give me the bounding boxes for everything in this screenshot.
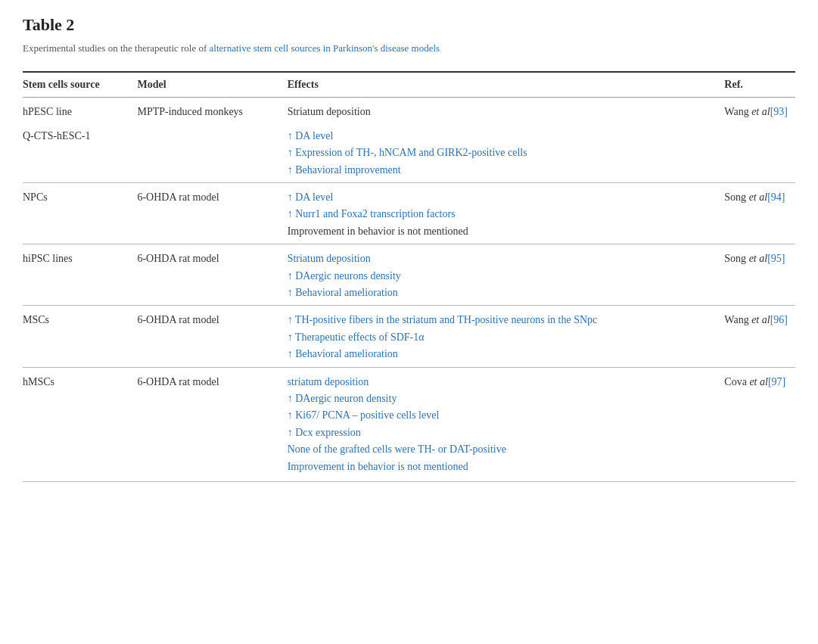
table-row: hMSCs6-OHDA rat modelstriatum deposition… (23, 367, 795, 481)
cell-ref (724, 124, 795, 183)
subtitle: Experimental studies on the therapeutic … (23, 41, 795, 56)
header-model: Model (137, 72, 287, 98)
cell-source: MSCs (23, 306, 137, 367)
table-header-row: Stem cells source Model Effects Ref. (23, 72, 795, 98)
effect-text: striatum deposition (288, 374, 717, 390)
ref-etal: et al (751, 106, 770, 117)
ref-author: Wang (724, 106, 751, 117)
effect-text: Striatum deposition (288, 250, 717, 267)
cell-ref: Wang et al[96] (724, 306, 795, 367)
cell-ref: Wang et al[93] (724, 97, 795, 124)
ref-number-link[interactable]: [97] (768, 376, 785, 387)
subtitle-link[interactable]: alternative stem cell sources in Parkins… (210, 42, 440, 54)
effect-text: ↑ DA level (288, 128, 717, 145)
cell-model: 6-OHDA rat model (137, 306, 287, 367)
effect-text: ↑ DAergic neurons density (288, 268, 717, 285)
cell-source: NPCs (23, 183, 137, 244)
ref-number-link[interactable]: [95] (767, 253, 785, 264)
cell-effects: ↑ DA level↑ Nurr1 and Foxa2 transcriptio… (288, 183, 725, 244)
table-row: hiPSC lines6-OHDA rat modelStriatum depo… (23, 244, 795, 306)
ref-etal: et al (751, 314, 770, 325)
table-row: NPCs6-OHDA rat model↑ DA level↑ Nurr1 an… (23, 183, 795, 244)
effect-text: None of the grafted cells were TH- or DA… (288, 441, 717, 458)
cell-source: Q-CTS-hESC-1 (23, 124, 137, 183)
header-ref: Ref. (724, 72, 795, 98)
effect-text: Improvement in behavior is not mentioned (288, 459, 717, 475)
table-row: MSCs6-OHDA rat model↑ TH-positive fibers… (23, 306, 795, 367)
cell-effects: ↑ TH-positive fibers in the striatum and… (288, 306, 725, 367)
ref-author: Cova (724, 376, 749, 387)
effect-text: ↑ Nurr1 and Foxa2 transcription factors (288, 206, 717, 222)
ref-author: Wang (724, 314, 751, 325)
cell-source: hiPSC lines (23, 244, 137, 306)
cell-effects: Striatum deposition↑ DAergic neurons den… (288, 244, 725, 306)
effect-text: ↑ DA level (288, 189, 717, 206)
effect-text: ↑ Expression of TH-, hNCAM and GIRK2-pos… (288, 145, 717, 161)
cell-effects: Striatum deposition (288, 97, 725, 124)
effect-text: ↑ TH-positive fibers in the striatum and… (288, 312, 717, 328)
ref-number-link[interactable]: [93] (770, 106, 788, 117)
cell-model: MPTP-induced monkeys (137, 97, 287, 124)
ref-etal: et al (749, 376, 768, 387)
header-effects: Effects (288, 72, 725, 98)
cell-model: 6-OHDA rat model (137, 367, 287, 481)
effect-text: Striatum deposition (288, 104, 717, 120)
ref-etal: et al (749, 253, 768, 264)
cell-source: hMSCs (23, 367, 137, 481)
main-table: Stem cells source Model Effects Ref. hPE… (23, 71, 795, 482)
header-source: Stem cells source (23, 72, 137, 98)
cell-ref: Cova et al[97] (724, 367, 795, 481)
table-row: Q-CTS-hESC-1↑ DA level↑ Expression of TH… (23, 124, 795, 183)
effect-text: ↑ Behavioral amelioration (288, 346, 717, 362)
effect-text: ↑ Dcx expression (288, 425, 717, 441)
cell-ref: Song et al[94] (724, 183, 795, 244)
effect-text: ↑ Behavioral improvement (288, 162, 717, 179)
cell-source: hPESC line (23, 97, 137, 124)
cell-model (137, 124, 287, 183)
ref-author: Song (724, 253, 748, 264)
page-title: Table 2 (23, 15, 795, 35)
effect-text: ↑ Therapeutic effects of SDF-1α (288, 329, 717, 346)
ref-etal: et al (749, 191, 768, 203)
cell-effects: ↑ DA level↑ Expression of TH-, hNCAM and… (288, 124, 725, 183)
effect-text: Improvement in behavior is not mentioned (288, 223, 717, 240)
ref-author: Song (724, 191, 748, 203)
cell-model: 6-OHDA rat model (137, 183, 287, 244)
effect-text: ↑ DAergic neuron density (288, 390, 717, 407)
ref-number-link[interactable]: [94] (767, 191, 785, 203)
effect-text: ↑ Ki67/ PCNA – positive cells level (288, 407, 717, 424)
table-row: hPESC lineMPTP-induced monkeysStriatum d… (23, 97, 795, 124)
cell-model: 6-OHDA rat model (137, 244, 287, 306)
cell-effects: striatum deposition↑ DAergic neuron dens… (288, 367, 725, 481)
effect-text: ↑ Behavioral amelioration (288, 285, 717, 301)
cell-ref: Song et al[95] (724, 244, 795, 306)
ref-number-link[interactable]: [96] (770, 314, 788, 325)
